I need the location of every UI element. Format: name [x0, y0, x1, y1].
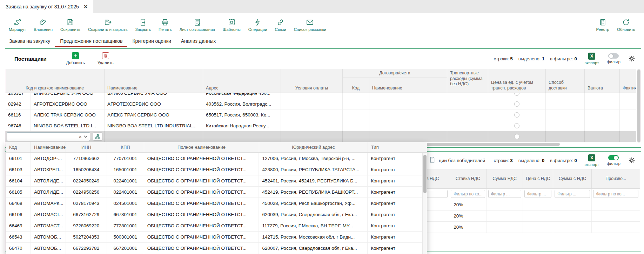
export-excel-button[interactable]: X экспорт — [585, 53, 599, 65]
cell-currency — [585, 109, 620, 120]
supplier-row[interactable]: 82942 АГРОТЕХСЕРВИС ООО АГРОТЕХСЕРВИС ОО… — [5, 99, 636, 109]
offer-row[interactable]: 20% — [397, 210, 640, 222]
save-button[interactable]: Сохранить — [56, 18, 84, 32]
suppliers-panel-header: Поставщики Добавить Удалить строки: 5 вы… — [5, 49, 641, 68]
filter-input[interactable] — [488, 190, 521, 198]
cell-short-name: ВЛИК/УСЕРВИС УФА ООО — [31, 93, 105, 99]
column-header: ИНН — [66, 142, 107, 152]
offer-row[interactable]: 20% — [397, 199, 640, 210]
cell-vat-rate: 20% — [449, 210, 487, 221]
settings-gear-icon[interactable] — [628, 55, 635, 62]
cell-code: 66469 — [6, 220, 31, 231]
price-checkbox[interactable] — [514, 123, 519, 128]
save-and-close-button[interactable]: Сохранить и закрыть — [84, 18, 132, 32]
document-tab[interactable]: Заявка на закупку от 31.07.2025 × — [0, 0, 93, 13]
dropdown-scrollbar[interactable] — [422, 153, 427, 254]
contractor-option-row[interactable]: 66469 АВТОМАСТ... 9728069220 772801001 О… — [6, 220, 422, 232]
supplier-combobox[interactable]: × — [7, 132, 90, 141]
cell-manufacturer — [592, 222, 640, 233]
supplier-row-clipped[interactable]: 103317 ВЛИК/УСЕРВИС УФА ООО ВЛИК/УСЕРВИС… — [5, 93, 636, 99]
tab-data-analysis[interactable]: Анализ данных — [176, 36, 221, 47]
chevron-down-icon[interactable] — [84, 135, 88, 138]
vertical-scrollbar-thumb[interactable] — [637, 69, 640, 142]
filter-input[interactable] — [593, 190, 638, 198]
add-supplier-button[interactable]: Добавить — [66, 52, 85, 65]
filter-toggle-group[interactable]: фильтр — [607, 53, 620, 64]
route-button[interactable]: Маршрут — [5, 18, 30, 32]
filter-input[interactable] — [451, 190, 485, 198]
filter-toggle[interactable] — [608, 53, 619, 59]
cell-code: 66103 — [6, 164, 31, 175]
cell-code: 66101 — [6, 153, 31, 164]
cell-inn: 9728069220 — [66, 220, 107, 231]
contractor-option-row[interactable]: 66468 АВТОМАРК... 0278170943 024501001 О… — [6, 198, 422, 209]
offer-row[interactable]: 20% — [397, 222, 640, 233]
application-window: Заявка на закупку от 31.07.2025 × Маршру… — [0, 0, 644, 254]
filter-toggle-group[interactable]: фильтр — [607, 155, 620, 166]
supplier-row[interactable]: 96746 NINGBO BOA STEEL LTD I... NINGBO B… — [5, 120, 636, 131]
contractor-option-row[interactable]: 66470 АВТОМОБ... 6672293782 667201001 ОБ… — [6, 243, 422, 254]
price-checkbox[interactable] — [514, 112, 519, 118]
price-checkbox[interactable] — [514, 101, 519, 107]
tab-supplier-offers[interactable]: Предложения поставщиков — [55, 36, 127, 47]
tab-evaluation-criteria[interactable]: Критерии оценки — [127, 36, 176, 47]
contractor-option-row[interactable]: 66101 АВТОДОР-... 7710965662 770701001 О… — [6, 153, 422, 164]
refresh-button[interactable]: Обновить — [613, 18, 639, 32]
cell-payment — [281, 120, 343, 131]
toolbar-label: Операции — [248, 27, 267, 32]
supplier-combo-input[interactable] — [10, 133, 76, 141]
dropdown-scrollbar-thumb[interactable] — [423, 155, 427, 193]
supplier-row[interactable]: 66116 АЛЕКС ТРАК СЕРВИС ООО АЛЕКС ТРАК С… — [5, 109, 636, 120]
mailing-list-button[interactable]: Список рассылки — [290, 18, 330, 32]
price-checkbox[interactable] — [514, 134, 519, 139]
cell-transport — [447, 93, 488, 99]
cell-kpp: 770701001 — [107, 153, 144, 164]
filter-input[interactable] — [524, 190, 552, 198]
route-icon — [13, 18, 21, 26]
excel-icon: X — [588, 53, 595, 60]
settings-gear-icon[interactable] — [628, 157, 635, 164]
cell-vat-rate: 20% — [449, 199, 487, 210]
cell-price-with-vat — [523, 199, 554, 210]
delete-supplier-button[interactable]: Удалить — [98, 52, 114, 65]
filter-toggle[interactable] — [608, 155, 619, 160]
hierarchy-select-button[interactable] — [93, 132, 102, 141]
cell-transport — [447, 120, 488, 131]
column-header: Ставка НДС — [449, 169, 487, 188]
price-checkbox[interactable] — [514, 93, 519, 96]
toolbar-label: Связи — [275, 27, 286, 32]
cell-short-name: NINGBO BOA STEEL LTD I... — [31, 120, 105, 131]
cell-legal-address: 127006, Россия, г Москва, Тверской р-н, … — [259, 153, 368, 164]
cell-name: АВТОМОБ... — [31, 243, 66, 254]
tab-purchase-request[interactable]: Заявка на закупку — [4, 36, 55, 47]
templates-button[interactable]: Шаблоны — [219, 18, 244, 32]
links-button[interactable]: Связи — [271, 18, 290, 32]
contractor-option-row[interactable]: 66543 АВТОМОБ... 5027204353 500301001 ОБ… — [6, 232, 422, 243]
column-header: Код — [343, 78, 369, 93]
registry-button[interactable]: Реестр — [592, 18, 613, 32]
contractor-option-row[interactable]: 66105 АВТОЛИДЕ... 0224950256 022401001 О… — [6, 187, 422, 198]
suppliers-table: Код и краткое наименование Наименование … — [5, 69, 636, 142]
cell-type: Контрагент — [368, 232, 422, 242]
document-tab-title: Заявка на закупку от 31.07.2025 — [6, 4, 79, 9]
contractor-option-row[interactable]: 66106 АВТОМАСТ... 6673162729 667301001 О… — [6, 209, 422, 220]
export-excel-button[interactable]: X экспорт — [585, 154, 599, 167]
cell-name: АВТОМАСТ... — [31, 220, 66, 231]
operations-button[interactable]: Операции — [244, 18, 271, 32]
print-button[interactable]: Печать — [155, 18, 176, 32]
contractor-option-row[interactable]: 66103 АВТОКРЕП... 1650206434 165001001 О… — [6, 164, 422, 175]
document-icon — [429, 156, 436, 165]
clear-icon[interactable]: × — [76, 134, 84, 139]
close-button[interactable]: Закрыть — [132, 18, 155, 32]
offers-table-header: Сумма без НДС Ставка НДС Сумма НДС Цена … — [397, 169, 640, 189]
contractor-option-row[interactable]: 66104 АВТОЛИДЕ... 0224950249 022401001 О… — [6, 175, 422, 187]
close-tab-icon[interactable]: × — [84, 4, 88, 10]
cell-actual — [620, 131, 636, 142]
filter-input[interactable] — [555, 190, 590, 198]
cell-manufacturer — [592, 199, 640, 210]
column-header: Способ доставки — [546, 69, 585, 93]
vertical-scrollbar[interactable] — [637, 69, 641, 142]
cell-address — [203, 131, 281, 142]
attachments-button[interactable]: Вложения — [30, 18, 56, 32]
approval-sheet-button[interactable]: Лист согласования — [176, 18, 219, 32]
